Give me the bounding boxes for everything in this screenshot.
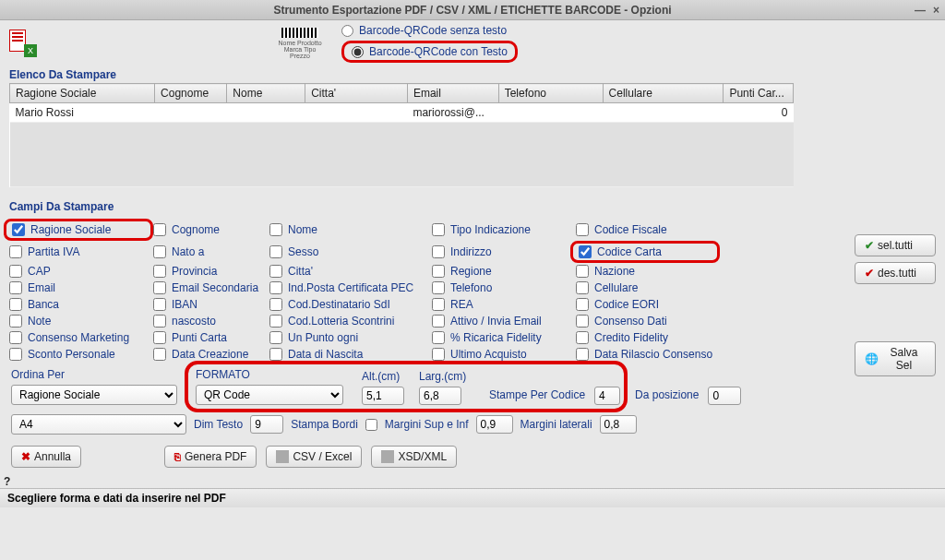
field-checkbox[interactable]: Cellulare xyxy=(576,281,714,294)
field-checkbox[interactable]: Indirizzo xyxy=(432,243,570,261)
radio-barcode-no-text[interactable]: Barcode-QRCode senza testo xyxy=(341,24,518,37)
field-checkbox[interactable]: Telefono xyxy=(432,281,570,294)
formato-label: FORMATO xyxy=(196,368,353,381)
field-checkbox[interactable]: Cognome xyxy=(153,220,264,239)
help-label: ? xyxy=(0,475,945,488)
col-punti[interactable]: Punti Car... xyxy=(724,84,794,103)
field-checkbox[interactable]: REA xyxy=(432,298,570,311)
field-checkbox[interactable]: Provincia xyxy=(153,265,264,278)
field-checkbox[interactable]: Data Rilascio Consenso xyxy=(576,348,714,361)
ordina-per-label: Ordina Per xyxy=(11,368,186,381)
field-label: Consenso Marketing xyxy=(28,331,129,344)
larg-input[interactable] xyxy=(419,387,461,405)
button-label: Genera PDF xyxy=(185,450,246,463)
col-nome[interactable]: Nome xyxy=(227,84,305,103)
cell-ragione: Mario Rossi xyxy=(10,103,155,123)
margini-lat-label: Margini laterali xyxy=(520,418,592,431)
field-label: nascosto xyxy=(172,315,216,328)
field-checkbox[interactable]: Ind.Posta Certificata PEC xyxy=(269,281,426,294)
field-checkbox[interactable]: Partita IVA xyxy=(9,243,148,261)
field-checkbox[interactable]: Nazione xyxy=(576,265,714,278)
field-checkbox[interactable]: CAP xyxy=(9,265,148,278)
field-label: Data Creazione xyxy=(172,348,248,361)
minimize-button[interactable]: — xyxy=(915,4,926,17)
ordina-per-select[interactable]: Ragione Sociale xyxy=(11,385,177,405)
field-label: Sesso xyxy=(288,245,318,258)
col-ragione[interactable]: Ragione Sociale xyxy=(10,84,155,103)
margini-sup-inf-input[interactable] xyxy=(476,415,513,434)
col-cognome[interactable]: Cognome xyxy=(155,84,227,103)
field-label: % Ricarica Fidelity xyxy=(450,331,542,344)
field-checkbox[interactable]: IBAN xyxy=(153,298,264,311)
field-label: Consenso Dati xyxy=(594,315,667,328)
annulla-button[interactable]: ✖Annulla xyxy=(11,446,81,468)
section-elenco: Elenco Da Stampare xyxy=(0,65,945,83)
field-label: Partita IVA xyxy=(28,245,79,258)
field-checkbox[interactable]: Un Punto ogni xyxy=(269,331,426,344)
margini-lat-input[interactable] xyxy=(600,415,637,434)
field-checkbox[interactable]: Email Secondaria xyxy=(153,281,264,294)
field-checkbox[interactable]: Attivo / Invia Email xyxy=(432,315,570,328)
field-checkbox[interactable]: Email xyxy=(9,281,148,294)
da-pos-input[interactable] xyxy=(708,387,741,405)
alt-label: Alt.(cm) xyxy=(362,370,410,383)
radio-barcode-with-text[interactable]: Barcode-QRCode con Testo xyxy=(352,45,508,58)
titlebar: Strumento Esportazione PDF / CSV / XML /… xyxy=(0,0,945,20)
col-email[interactable]: Email xyxy=(407,84,498,103)
field-checkbox[interactable]: nascosto xyxy=(153,315,264,328)
stampa-bordi-checkbox[interactable] xyxy=(365,419,377,431)
alt-input[interactable] xyxy=(362,387,404,405)
formato-select[interactable]: QR Code xyxy=(196,385,343,405)
field-checkbox[interactable]: % Ricarica Fidelity xyxy=(432,331,570,344)
stampa-bordi-label: Stampa Bordi xyxy=(291,418,358,431)
field-checkbox[interactable]: Data di Nascita xyxy=(269,348,426,361)
radio-label: Barcode-QRCode con Testo xyxy=(369,45,508,58)
field-checkbox[interactable]: Tipo Indicazione xyxy=(432,220,570,239)
table-row[interactable]: Mario Rossi mariorossi@... 0 xyxy=(10,103,794,123)
field-checkbox[interactable]: Sesso xyxy=(269,243,426,261)
stampe-per-input[interactable] xyxy=(594,387,620,405)
field-checkbox[interactable]: Codice Fiscale xyxy=(576,220,714,239)
field-checkbox[interactable]: Punti Carta xyxy=(153,331,264,344)
select-all-button[interactable]: ✔sel.tutti xyxy=(855,234,936,256)
field-checkbox[interactable]: Nato a xyxy=(153,243,264,261)
genera-pdf-button[interactable]: ⎘Genera PDF xyxy=(164,446,257,468)
field-checkbox[interactable]: Cod.Lotteria Scontrini xyxy=(269,315,426,328)
csv-excel-button[interactable]: CSV / Excel xyxy=(266,446,362,468)
col-citta[interactable]: Citta' xyxy=(305,84,408,103)
field-label: Banca xyxy=(28,298,59,311)
field-checkbox[interactable]: Nome xyxy=(269,220,426,239)
col-cellulare[interactable]: Cellulare xyxy=(603,84,724,103)
field-checkbox[interactable]: Ragione Sociale xyxy=(4,219,153,241)
field-checkbox[interactable]: Ultimo Acquisto xyxy=(432,348,570,361)
field-label: Attivo / Invia Email xyxy=(450,315,542,328)
paper-select[interactable]: A4 xyxy=(11,414,186,435)
field-label: Nazione xyxy=(594,265,635,278)
field-checkbox[interactable]: Codice EORI xyxy=(576,298,714,311)
field-checkbox[interactable]: Regione xyxy=(432,265,570,278)
field-checkbox[interactable]: Cod.Destinatario SdI xyxy=(269,298,426,311)
button-label: Annulla xyxy=(34,450,71,463)
field-checkbox[interactable]: Codice Carta xyxy=(570,241,720,263)
field-checkbox[interactable]: Consenso Dati xyxy=(576,315,714,328)
cell-email: mariorossi@... xyxy=(407,103,498,123)
field-label: Data Rilascio Consenso xyxy=(594,348,712,361)
field-checkbox[interactable]: Note xyxy=(9,315,148,328)
close-button[interactable]: × xyxy=(933,4,939,17)
dim-testo-input[interactable] xyxy=(250,415,283,434)
button-label: XSD/XML xyxy=(398,450,447,463)
field-label: Un Punto ogni xyxy=(288,331,358,344)
field-checkbox[interactable]: Citta' xyxy=(269,265,426,278)
xsd-xml-button[interactable]: XSD/XML xyxy=(371,446,457,468)
field-checkbox[interactable]: Data Creazione xyxy=(153,348,264,361)
field-checkbox[interactable]: Banca xyxy=(9,298,148,311)
field-checkbox[interactable]: Sconto Personale xyxy=(9,348,148,361)
da-pos-label: Da posizione xyxy=(635,388,699,401)
dim-testo-label: Dim Testo xyxy=(194,418,243,431)
col-telefono[interactable]: Telefono xyxy=(498,84,603,103)
margini-sup-inf-label: Margini Sup e Inf xyxy=(385,418,469,431)
radio-label: Barcode-QRCode senza testo xyxy=(359,24,507,37)
field-checkbox[interactable]: Credito Fidelity xyxy=(576,331,714,344)
deselect-all-button[interactable]: ✔des.tutti xyxy=(855,262,936,284)
field-checkbox[interactable]: Consenso Marketing xyxy=(9,331,148,344)
